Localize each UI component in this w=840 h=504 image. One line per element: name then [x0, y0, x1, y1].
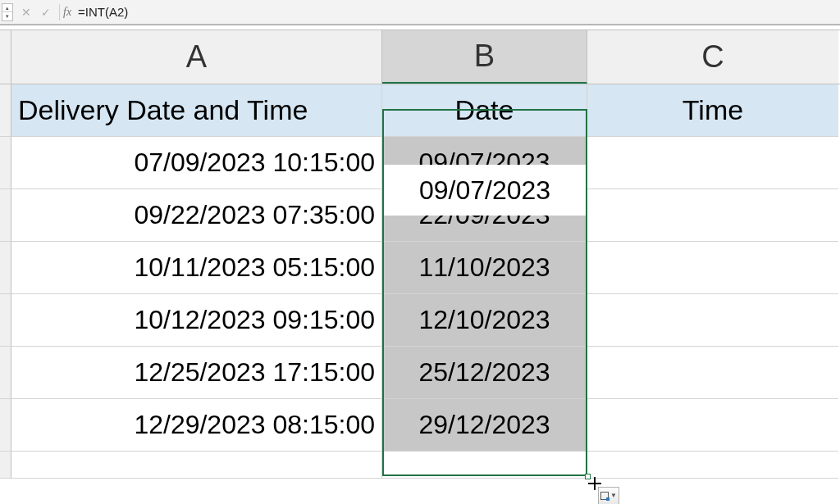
- select-all-corner[interactable]: [0, 30, 11, 84]
- chevron-down-icon: ▼: [610, 493, 617, 499]
- table-row: 12/25/2023 17:15:00 25/12/2023: [0, 347, 840, 399]
- cell-a5[interactable]: 10/12/2023 09:15:00: [11, 294, 382, 347]
- namebox-spinner[interactable]: ▴ ▾: [2, 3, 13, 21]
- spinner-down-icon[interactable]: ▾: [2, 12, 12, 20]
- cell-b3[interactable]: 22/09/2023: [382, 189, 587, 242]
- cell-c3[interactable]: [587, 189, 838, 242]
- cell-a6[interactable]: 12/25/2023 17:15:00: [11, 347, 382, 399]
- row-header[interactable]: [0, 189, 11, 242]
- cell-c5[interactable]: [587, 294, 838, 347]
- spinner-up-icon[interactable]: ▴: [2, 4, 12, 13]
- table-row: [0, 452, 840, 479]
- formula-bar: ▴ ▾ ✕ ✓ fx: [0, 0, 840, 25]
- divider: [59, 4, 60, 20]
- row-header[interactable]: [0, 137, 11, 189]
- cell-b6[interactable]: 25/12/2023: [382, 347, 587, 399]
- cell-b4[interactable]: 11/10/2023: [382, 242, 587, 294]
- table-row: 12/29/2023 08:15:00 29/12/2023: [0, 399, 840, 452]
- autofill-icon: [600, 492, 609, 500]
- cell-a2[interactable]: 07/09/2023 10:15:00: [11, 137, 382, 189]
- table-row: 10/12/2023 09:15:00 12/10/2023: [0, 294, 840, 347]
- sheet-top-border: [0, 25, 840, 30]
- fill-handle[interactable]: [585, 474, 591, 479]
- cell-c4[interactable]: [587, 242, 838, 294]
- row-header[interactable]: [0, 347, 11, 399]
- cell-c8[interactable]: [587, 452, 838, 479]
- row-header[interactable]: [0, 452, 11, 479]
- row-header[interactable]: [0, 242, 11, 294]
- cancel-icon[interactable]: ✕: [16, 2, 36, 22]
- table-row: 07/09/2023 10:15:00 09/07/2023: [0, 137, 840, 189]
- grid: Delivery Date and Time Date Time 07/09/2…: [0, 84, 840, 479]
- row-header[interactable]: [0, 399, 11, 452]
- formula-input[interactable]: [78, 5, 840, 19]
- cell-a8[interactable]: [11, 452, 382, 479]
- cell-c1[interactable]: Time: [587, 84, 838, 137]
- column-headers: A B C: [0, 30, 840, 84]
- col-header-c[interactable]: C: [587, 30, 838, 84]
- cell-a3[interactable]: 09/22/2023 07:35:00: [11, 189, 382, 242]
- cell-b5[interactable]: 12/10/2023: [382, 294, 587, 347]
- cell-b1[interactable]: Date: [382, 84, 587, 137]
- confirm-icon[interactable]: ✓: [36, 2, 56, 22]
- cell-a4[interactable]: 10/11/2023 05:15:00: [11, 242, 382, 294]
- col-header-b[interactable]: B: [382, 30, 587, 84]
- fx-label[interactable]: fx: [63, 6, 71, 19]
- cell-b2[interactable]: 09/07/2023: [382, 137, 587, 189]
- cell-c6[interactable]: [587, 347, 838, 399]
- row-header[interactable]: [0, 84, 11, 137]
- cell-b8[interactable]: [382, 452, 587, 479]
- cell-a7[interactable]: 12/29/2023 08:15:00: [11, 399, 382, 452]
- table-row: 10/11/2023 05:15:00 11/10/2023: [0, 242, 840, 294]
- cell-b7[interactable]: 29/12/2023: [382, 399, 587, 452]
- cell-a1[interactable]: Delivery Date and Time: [11, 84, 382, 137]
- cell-c2[interactable]: [587, 137, 838, 189]
- cell-c7[interactable]: [587, 399, 838, 452]
- col-header-a[interactable]: A: [11, 30, 382, 84]
- header-row: Delivery Date and Time Date Time: [0, 84, 840, 137]
- table-row: 09/22/2023 07:35:00 22/09/2023: [0, 189, 840, 242]
- autofill-options-button[interactable]: ▼: [598, 487, 619, 504]
- row-header[interactable]: [0, 294, 11, 347]
